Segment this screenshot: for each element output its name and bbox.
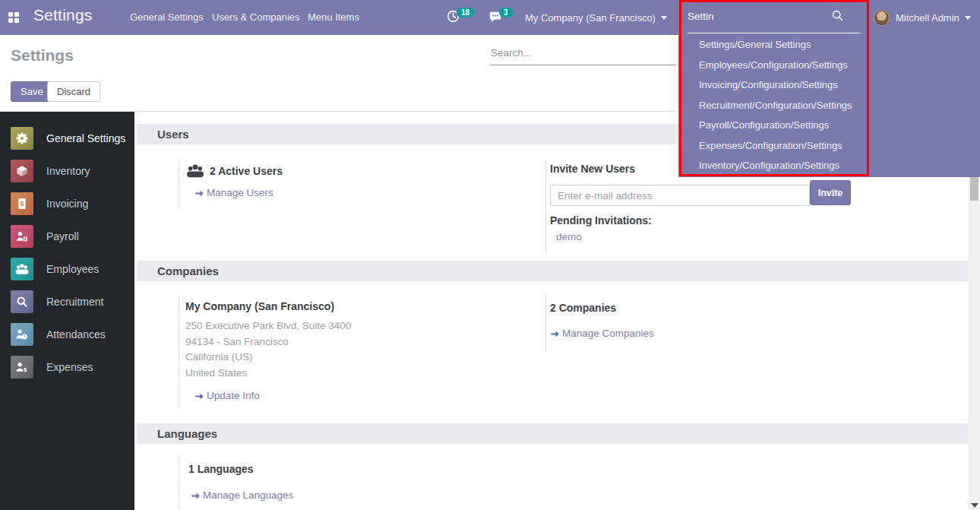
sidebar-item[interactable]: $ Expenses [0,350,134,383]
search-result-item[interactable]: Inventory/Configuration/Settings [678,156,980,176]
search-result-item[interactable]: Settings/General Settings [678,35,980,55]
company-address-line: 250 Executive Park Blvd, Suite 3400 [185,318,351,334]
activity-count-badge: 18 [457,8,474,17]
company-name: My Company (San Francisco) [185,300,334,312]
sidebar-item[interactable]: Recruitment [0,285,134,318]
companies-count-block: 2 Companies Manage Companies [545,296,773,352]
languages-count: 1 Languages [188,463,254,475]
search-result-item[interactable]: Invoicing/Configuration/Settings [678,75,980,96]
search-icon[interactable] [831,9,844,24]
nav-menu-general-settings[interactable]: General Settings [130,0,204,35]
settings-sidebar: General Settings Inventory $ Invoicing $… [0,112,134,510]
users-group-icon [185,162,205,182]
sidebar-item-label: Attendances [46,328,106,341]
company-address-line: United States [185,366,351,382]
invite-button[interactable]: Invite [810,180,851,205]
sidebar-item-label: Expenses [46,361,93,373]
search-result-item[interactable]: Employees/Configuration/Settings [678,55,980,76]
section-header-languages: Languages [137,423,969,444]
sidebar-item-label: General Settings [46,132,125,144]
box-icon [11,160,33,182]
manage-languages-link[interactable]: Manage Languages [203,489,293,501]
sidebar-item-label: Inventory [46,165,90,177]
sidebar-item[interactable]: Employees [0,252,134,285]
company-switcher-label: My Company (San Francisco) [525,12,656,24]
invite-title: Invite New Users [550,163,635,175]
menu-search-results-panel: Settings/General Settings Employees/Conf… [678,35,980,177]
sidebar-item-label: Payroll [46,230,79,242]
companies-count: 2 Companies [550,302,616,314]
sidebar-item-label: Employees [46,263,99,275]
avatar [874,10,890,26]
search-result-item[interactable]: Recruitment/Configuration/Settings [678,96,980,116]
discard-button[interactable]: Discard [47,81,100,102]
svg-text:$: $ [24,236,27,241]
sidebar-item[interactable]: Inventory [0,154,134,187]
company-address-line: California (US) [185,350,351,366]
pending-invitations-title: Pending Invitations: [550,214,652,226]
arrow-right-icon [194,188,204,200]
active-users-block: 2 Active Users Manage Users [179,160,498,208]
expenses-icon: $ [11,356,33,379]
menu-search-box [688,0,862,33]
user-name-label: Mitchell Admin [896,12,959,24]
page-title: Settings [11,46,74,65]
company-switcher[interactable]: My Company (San Francisco) [525,0,667,35]
svg-text:$: $ [21,200,24,207]
sidebar-item-label: Recruitment [46,296,103,308]
scroll-down-arrow-icon[interactable] [971,503,978,508]
attendance-icon [11,323,33,346]
user-menu[interactable]: Mitchell Admin [874,0,971,35]
active-users-count: 2 Active Users [210,165,283,177]
languages-block: 1 Languages Manage Languages [179,455,406,510]
nav-menu-menu-items[interactable]: Menu Items [308,0,359,35]
sidebar-item-label: Invoicing [46,198,88,210]
manage-users-link[interactable]: Manage Users [207,187,273,198]
search-underline [688,33,861,33]
search-result-item[interactable]: Payroll/Configuration/Settings [678,116,980,136]
nav-menu-users-companies[interactable]: Users & Companies [212,0,300,35]
record-search-box [490,44,676,65]
apps-grid-icon[interactable] [8,12,19,23]
arrow-right-icon [550,329,560,341]
pending-user-link[interactable]: demo [556,231,582,242]
sidebar-item[interactable]: General Settings [0,122,134,154]
sidebar-item[interactable]: $ Invoicing [0,187,134,220]
company-address: 250 Executive Park Blvd, Suite 340094134… [185,318,351,381]
search-result-item[interactable]: Expenses/Configuration/Settings [678,136,980,157]
employees-icon [11,258,33,280]
email-field[interactable] [550,185,810,206]
section-header-companies: Companies [137,261,969,281]
app-brand-title: Settings [33,6,92,24]
sidebar-item[interactable]: Attendances [0,318,134,350]
recruitment-icon [11,290,33,313]
invoice-icon: $ [11,192,33,215]
arrow-right-icon [194,391,204,403]
svg-text:$: $ [24,366,27,373]
scrollbar-thumb[interactable] [970,176,978,201]
chevron-down-icon [965,16,971,20]
update-info-link[interactable]: Update Info [207,390,260,401]
activity-menu-button[interactable]: 18 [447,0,474,35]
manage-companies-link[interactable]: Manage Companies [562,328,654,339]
message-count-badge: 3 [499,8,513,17]
messages-menu-button[interactable]: 3 [488,0,513,35]
company-address-line: 94134 - San Francisco [185,334,351,350]
record-search-input[interactable] [490,44,676,65]
sidebar-item[interactable]: $ Payroll [0,220,134,252]
chevron-down-icon [661,16,667,20]
gear-icon [11,127,33,150]
payroll-icon: $ [11,225,33,248]
arrow-right-icon [191,491,201,502]
company-info-block: My Company (San Francisco) 250 Executive… [179,296,513,408]
